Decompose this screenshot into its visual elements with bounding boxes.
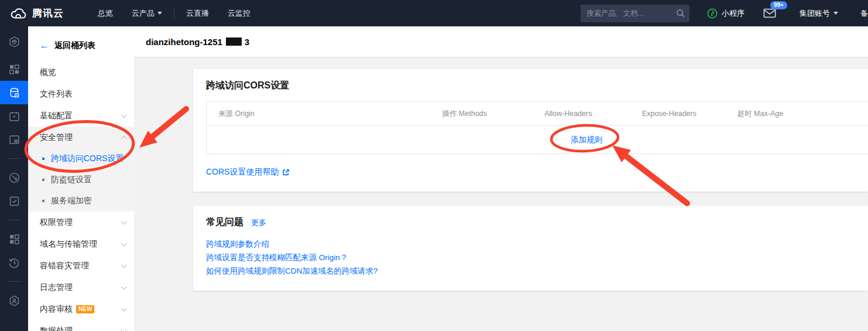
sidebar-item-4[interactable]: 安全管理: [28, 127, 134, 148]
nav-item-4[interactable]: 云监控: [218, 0, 260, 26]
rail-divider: [8, 281, 20, 282]
chevron-down-icon: [121, 219, 127, 224]
chevron-down-icon: [121, 112, 127, 118]
cors-rules-table: 来源 Origin操作 MethodsAllow-HeadersExpose-H…: [206, 101, 868, 154]
cors-card-title: 跨域访问CORS设置: [206, 80, 855, 92]
task-checkbox-icon[interactable]: [0, 189, 28, 213]
back-label: 返回桶列表: [54, 40, 95, 51]
column-header-4: Expose-Headers: [630, 110, 726, 118]
rail-divider: [8, 220, 20, 220]
sidebar-item-12[interactable]: 内容审核NEW: [28, 298, 134, 320]
add-rule-button[interactable]: 添加规则: [571, 135, 602, 145]
chevron-down-icon: [121, 327, 127, 331]
faq-title: 常见问题: [206, 216, 243, 228]
nav-item-3[interactable]: 云直播: [177, 0, 218, 26]
page-content: 跨域访问CORS设置 来源 Origin操作 MethodsAllow-Head…: [134, 57, 868, 331]
cos-storage-icon[interactable]: [0, 81, 28, 104]
sidebar-item-8[interactable]: 权限管理: [28, 211, 134, 233]
sidebar-item-13[interactable]: 数据处理: [28, 320, 134, 331]
faq-question-link-2[interactable]: 跨域设置是否支持模糊匹配来源 Origin？: [206, 251, 855, 264]
sidebar-expanded-group: 安全管理跨域访问CORS设置防盗链设置服务端加密: [28, 127, 134, 211]
page-header-bar: dianzihetong-1251 3: [134, 26, 868, 57]
chevron-down-icon: [121, 262, 127, 268]
sidebar-item-label: 日志管理: [40, 282, 73, 293]
search-input[interactable]: [586, 9, 676, 18]
bucket-name-prefix: dianzihetong-1251: [146, 37, 222, 47]
faq-more-link[interactable]: 更多: [251, 217, 266, 228]
bullet-icon: [42, 158, 44, 160]
chevron-down-icon: [121, 240, 127, 246]
nav-divider: [174, 8, 174, 19]
faq-question-link-3[interactable]: 如何使用跨域规则限制CDN加速域名的跨域请求?: [206, 264, 855, 278]
sidebar-item-label: 跨域访问CORS设置: [51, 153, 123, 164]
faq-link-list: 跨域规则参数介绍跨域设置是否支持模糊匹配来源 Origin？如何使用跨域规则限制…: [206, 237, 855, 278]
products-grid-icon[interactable]: [0, 57, 28, 81]
calendar-icon[interactable]: [0, 104, 28, 128]
topnav-right: 小程序 99+ 集团账号 备: [581, 5, 868, 22]
main-area: dianzihetong-1251 3 跨域访问CORS设置 来源 Origin…: [134, 26, 868, 331]
nav-item-2[interactable]: 云产品: [122, 0, 171, 26]
nav-item-1[interactable]: 总览: [88, 0, 122, 26]
cloud-logo-icon: [9, 7, 27, 20]
external-link-icon: [282, 169, 290, 176]
chevron-down-icon: [833, 12, 838, 15]
sidebar-item-11[interactable]: 日志管理: [28, 277, 134, 298]
chevron-down-icon: [121, 305, 127, 311]
icon-rail: [0, 26, 28, 331]
console-logo-icon[interactable]: [0, 26, 28, 57]
mini-program-entry[interactable]: 小程序: [707, 8, 745, 19]
search-icon[interactable]: [676, 9, 685, 18]
sidebar-item-label: 基础配置: [40, 111, 73, 121]
sidebar-item-label: 内容审核: [40, 304, 73, 315]
app-body: ← 返回桶列表 概览文件列表基础配置安全管理跨域访问CORS设置防盗链设置服务端…: [0, 26, 868, 331]
sidebar-item-label: 域名与传输管理: [40, 239, 97, 250]
chevron-down-icon: [157, 12, 162, 15]
table-header-row: 来源 Origin操作 MethodsAllow-HeadersExpose-H…: [207, 102, 868, 125]
media-review-icon[interactable]: [0, 128, 28, 151]
sidebar-item-9[interactable]: 域名与传输管理: [28, 233, 134, 255]
chevron-up-icon: [121, 136, 127, 142]
sidebar-item-7[interactable]: 服务端加密: [28, 190, 134, 211]
messages-entry[interactable]: 99+: [763, 8, 776, 18]
sidebar-item-label: 文件列表: [40, 89, 73, 100]
history-clock-icon[interactable]: [0, 251, 28, 274]
sidebar-item-label: 服务端加密: [51, 196, 92, 206]
sidebar-item-label: 概览: [40, 67, 56, 78]
sidebar-item-label: 容错容灾管理: [40, 261, 89, 271]
sidebar-item-10[interactable]: 容错容灾管理: [28, 255, 134, 277]
brand-name: 腾讯云: [32, 6, 64, 20]
mini-program-icon: [707, 8, 718, 19]
top-navbar: 腾讯云 总览云产品云直播云监控 小程序 99+ 集团账号: [0, 0, 868, 26]
bucket-name-suffix: 3: [245, 37, 249, 47]
new-badge: NEW: [76, 305, 94, 313]
tencent-cloud-logo[interactable]: 腾讯云: [9, 6, 64, 20]
redaction-box: [226, 37, 242, 46]
topnav-truncated-item[interactable]: 备: [860, 8, 868, 19]
column-header-5: 超时 Max-Age: [726, 109, 868, 119]
apps-grid-icon[interactable]: [0, 227, 28, 251]
sidebar-item-3[interactable]: 基础配置: [28, 105, 134, 127]
sidebar-item-label: 安全管理: [40, 132, 73, 143]
sidebar-item-1[interactable]: 概览: [28, 62, 134, 83]
sidebar-item-6[interactable]: 防盗链设置: [28, 169, 134, 190]
sidebar-item-2[interactable]: 文件列表: [28, 83, 134, 105]
service-tool-icon[interactable]: [0, 166, 28, 189]
shield-hexagon-icon[interactable]: [0, 289, 28, 312]
sidebar-item-label: 防盗链设置: [51, 175, 92, 185]
bucket-name: dianzihetong-1251 3: [146, 37, 249, 47]
topnav-menu: 总览云产品云直播云监控: [88, 0, 260, 26]
cors-help-link[interactable]: CORS设置使用帮助: [206, 167, 290, 178]
mail-icon: [763, 8, 776, 18]
sidebar-menu: 概览文件列表基础配置安全管理跨域访问CORS设置防盗链设置服务端加密权限管理域名…: [28, 62, 134, 331]
message-count-badge: 99+: [770, 1, 787, 9]
account-label: 集团账号: [800, 8, 830, 19]
back-to-bucket-list[interactable]: ← 返回桶列表: [28, 26, 134, 62]
search-box[interactable]: [581, 5, 689, 22]
column-header-3: Allow-Headers: [533, 110, 630, 118]
faq-question-link-1[interactable]: 跨域规则参数介绍: [206, 237, 855, 251]
account-menu[interactable]: 集团账号: [800, 8, 838, 19]
sidebar-item-5[interactable]: 跨域访问CORS设置: [28, 148, 134, 169]
column-header-1: 来源 Origin: [207, 109, 430, 119]
table-empty-row: 添加规则: [207, 125, 868, 153]
bullet-icon: [42, 179, 44, 181]
